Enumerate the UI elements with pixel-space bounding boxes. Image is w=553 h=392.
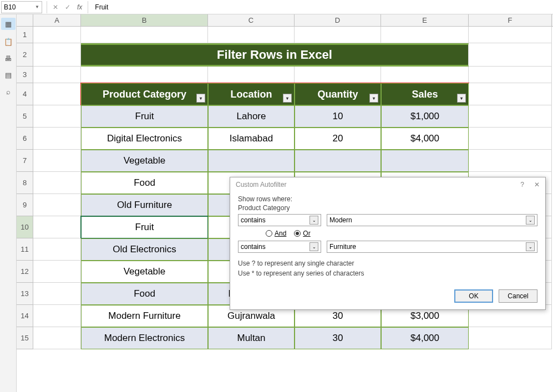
cell[interactable]	[295, 27, 381, 43]
header-product-category[interactable]: Product Category▾	[81, 83, 208, 105]
data-cell[interactable]: Digital Electronics	[81, 128, 208, 150]
column-header-C[interactable]: C	[208, 14, 295, 26]
data-cell[interactable]: Modern Furniture	[81, 305, 208, 327]
data-cell[interactable]: Fruit	[81, 216, 208, 238]
value2-select[interactable]: Furniture ⌄	[327, 241, 537, 253]
cell[interactable]	[469, 327, 552, 349]
cell[interactable]	[33, 172, 81, 194]
toolbar-icon[interactable]: 🖶	[3, 53, 13, 63]
or-radio[interactable]: Or	[294, 230, 310, 237]
data-cell[interactable]	[295, 150, 381, 172]
cell[interactable]	[33, 261, 81, 283]
row-header-5[interactable]: 5	[17, 105, 33, 128]
cell[interactable]	[33, 27, 81, 43]
fx-icon[interactable]: fx	[77, 3, 82, 11]
row-header-11[interactable]: 11	[17, 238, 33, 261]
cell[interactable]	[81, 27, 208, 43]
data-cell[interactable]: Food	[81, 283, 208, 305]
title-cell[interactable]: Filter Rows in Excel	[81, 43, 469, 67]
toolbar-icon[interactable]: ▤	[3, 70, 13, 80]
cell[interactable]	[295, 67, 381, 83]
row-header-9[interactable]: 9	[17, 194, 33, 216]
cell[interactable]	[469, 105, 552, 128]
value1-select[interactable]: Modern ⌄	[327, 214, 537, 226]
row-header-8[interactable]: 8	[17, 172, 33, 194]
name-box[interactable]: B10 ▼	[1, 1, 42, 13]
data-cell[interactable]: Old Furniture	[81, 194, 208, 216]
cell[interactable]	[469, 128, 552, 150]
data-cell[interactable]: $1,000	[381, 105, 469, 128]
formula-input[interactable]: Fruit	[90, 3, 108, 11]
data-cell[interactable]: 10	[295, 105, 381, 128]
cell[interactable]	[381, 67, 469, 83]
cell[interactable]	[33, 105, 81, 128]
data-cell[interactable]: Old Electronics	[81, 238, 208, 261]
data-cell[interactable]: 30	[295, 327, 381, 349]
cell[interactable]	[33, 150, 81, 172]
data-cell[interactable]: 20	[295, 128, 381, 150]
ok-button[interactable]: OK	[454, 289, 493, 303]
row-header-1[interactable]: 1	[17, 27, 33, 43]
and-radio[interactable]: And	[266, 230, 286, 237]
row-header-2[interactable]: 2	[17, 43, 33, 67]
cell[interactable]	[208, 27, 295, 43]
data-cell[interactable]: $4,000	[381, 128, 469, 150]
data-cell[interactable]: Multan	[208, 327, 295, 349]
column-header-F[interactable]: F	[469, 14, 552, 26]
row-header-4[interactable]: 4	[17, 83, 33, 105]
header-location[interactable]: Location▾	[208, 83, 295, 105]
cell[interactable]	[81, 67, 208, 83]
row-header-14[interactable]: 14	[17, 305, 33, 327]
cell[interactable]	[33, 327, 81, 349]
operator1-select[interactable]: contains ⌄	[238, 214, 321, 226]
data-cell[interactable]: Fruit	[81, 105, 208, 128]
row-header-13[interactable]: 13	[17, 283, 33, 305]
toolbar-icon[interactable]: 📋	[3, 37, 13, 47]
cell[interactable]	[33, 305, 81, 327]
cell[interactable]	[469, 67, 552, 83]
row-header-3[interactable]: 3	[17, 67, 33, 83]
help-icon[interactable]: ?	[520, 181, 524, 189]
column-header-D[interactable]: D	[295, 14, 381, 26]
cell[interactable]	[33, 238, 81, 261]
filter-dropdown-icon[interactable]: ▾	[196, 94, 205, 103]
data-cell[interactable]: Islamabad	[208, 128, 295, 150]
toolbar-icon[interactable]: ⌕	[3, 86, 13, 96]
toolbar-icon[interactable]: ▦	[1, 18, 16, 30]
column-header-B[interactable]: B	[81, 14, 208, 26]
row-header-6[interactable]: 6	[17, 128, 33, 150]
cell[interactable]	[33, 128, 81, 150]
cell[interactable]	[469, 43, 552, 67]
row-header-10[interactable]: 10	[17, 216, 33, 238]
data-cell[interactable]	[381, 150, 469, 172]
row-header-15[interactable]: 15	[17, 327, 33, 349]
cell[interactable]	[33, 43, 81, 67]
row-header-7[interactable]: 7	[17, 150, 33, 172]
header-sales[interactable]: Sales▾	[381, 83, 469, 105]
cell[interactable]	[33, 283, 81, 305]
data-cell[interactable]: Vegetable	[81, 261, 208, 283]
column-header-A[interactable]: A	[33, 14, 81, 26]
cell[interactable]	[33, 216, 81, 238]
filter-dropdown-icon[interactable]: ▾	[283, 94, 292, 103]
data-cell[interactable]: Lahore	[208, 105, 295, 128]
close-icon[interactable]: ✕	[534, 181, 540, 189]
header-quantity[interactable]: Quantity▾	[295, 83, 381, 105]
select-all-corner[interactable]	[17, 14, 33, 26]
accept-formula-icon[interactable]: ✓	[62, 1, 74, 13]
data-cell[interactable]: Vegetable	[81, 150, 208, 172]
data-cell[interactable]	[208, 150, 295, 172]
data-cell[interactable]: Food	[81, 172, 208, 194]
row-header-12[interactable]: 12	[17, 261, 33, 283]
column-header-E[interactable]: E	[381, 14, 469, 26]
cell[interactable]	[33, 83, 81, 105]
cell[interactable]	[469, 150, 552, 172]
cell[interactable]	[469, 83, 552, 105]
cell[interactable]	[208, 67, 295, 83]
data-cell[interactable]: $4,000	[381, 327, 469, 349]
filter-dropdown-icon[interactable]: ▾	[457, 94, 466, 103]
operator2-select[interactable]: contains ⌄	[238, 241, 321, 253]
cell[interactable]	[381, 27, 469, 43]
cell[interactable]	[33, 67, 81, 83]
cancel-button[interactable]: Cancel	[499, 289, 537, 303]
